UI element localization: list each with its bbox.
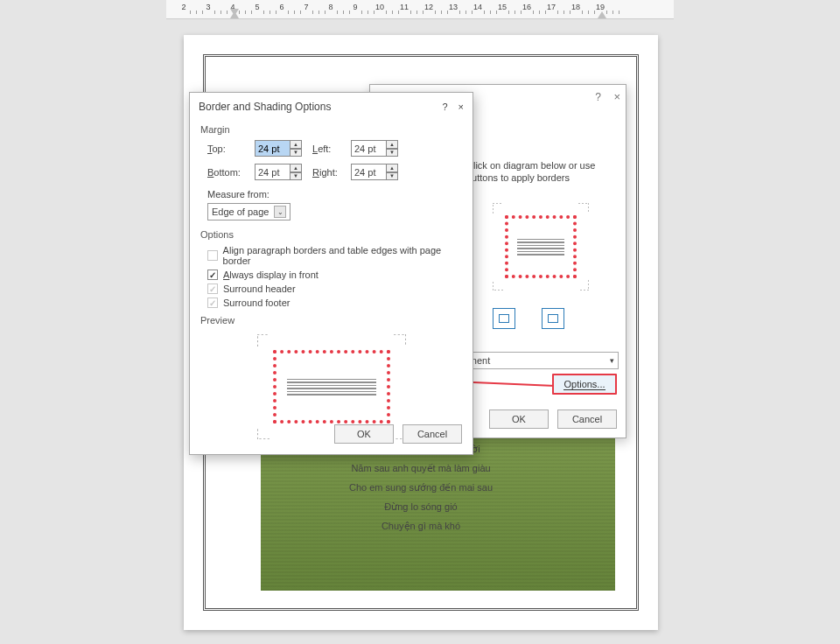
spin-up-icon[interactable]: ▲ — [386, 140, 398, 149]
spin-down-icon[interactable]: ▼ — [386, 172, 398, 181]
align-paragraph-borders-checkbox: Align paragraph borders and table edges … — [207, 245, 462, 266]
spin-up-icon[interactable]: ▲ — [290, 164, 302, 172]
border-button-bottom[interactable] — [542, 308, 564, 329]
apply-to-select[interactable]: ocument ▾ — [449, 352, 619, 369]
margin-bottom-label: Bottom: — [207, 167, 251, 178]
ok-button[interactable]: OK — [334, 424, 394, 444]
spin-up-icon[interactable]: ▲ — [386, 164, 398, 172]
always-display-in-front-checkbox[interactable]: Always display in front — [207, 270, 462, 280]
poem-line: Đừng lo sóng gió — [184, 497, 658, 516]
poem-line: Cho em sung sướng đến mai sau — [184, 478, 658, 497]
measure-from-select[interactable]: Edge of page ⌄ — [207, 203, 290, 220]
horizontal-ruler[interactable]: 2345678910111213141516171819 — [166, 0, 674, 19]
options-section-header: Options — [200, 229, 462, 240]
surround-header-checkbox: Surround header — [207, 284, 462, 294]
margin-top-label: Top: — [207, 144, 251, 154]
margin-bottom-spinner[interactable]: ▲▼ — [255, 164, 309, 180]
close-icon[interactable]: × — [458, 102, 464, 112]
dialog-title: Border and Shading Options — [199, 101, 331, 113]
measure-from-value: Edge of page — [212, 206, 269, 217]
measure-from-label: Measure from: — [207, 189, 270, 200]
border-shading-options-dialog: Border and Shading Options ? × Margin To… — [189, 92, 473, 455]
chevron-down-icon: ⌄ — [274, 206, 286, 218]
poem-line: Chuyện gì mà khó — [184, 516, 658, 536]
border-preview-diagram[interactable] — [493, 203, 589, 290]
poem-line: Năm sau anh quyết mà làm giàu — [184, 458, 658, 478]
border-button-top[interactable] — [493, 308, 515, 329]
heart-border-preview — [273, 350, 390, 424]
margin-left-label: Left: — [312, 144, 347, 154]
cancel-button[interactable]: Cancel — [402, 424, 462, 444]
close-icon[interactable]: × — [613, 90, 620, 103]
heart-border-preview — [505, 215, 577, 278]
surround-footer-checkbox: Surround footer — [207, 298, 462, 308]
border-preview — [257, 334, 406, 439]
margin-left-spinner[interactable]: ▲▼ — [351, 140, 405, 157]
margin-top-spinner[interactable]: ▲▼ — [255, 140, 309, 157]
corner-guide-icon — [493, 280, 503, 290]
spin-down-icon[interactable]: ▼ — [290, 172, 302, 181]
spin-down-icon[interactable]: ▼ — [290, 149, 302, 158]
margin-right-spinner[interactable]: ▲▼ — [351, 164, 405, 180]
corner-guide-icon — [578, 203, 589, 214]
chevron-down-icon: ▾ — [610, 356, 614, 365]
corner-guide-icon — [257, 427, 270, 439]
margin-right-label: Right: — [312, 167, 347, 178]
spin-down-icon[interactable]: ▼ — [386, 149, 398, 158]
corner-guide-icon — [493, 203, 503, 214]
diagram-hint: Click on diagram below or use buttons to… — [466, 159, 615, 184]
preview-section-header: Preview — [200, 315, 462, 326]
dialog-titlebar[interactable]: Border and Shading Options ? × — [190, 93, 472, 121]
cancel-button[interactable]: Cancel — [557, 410, 617, 429]
corner-guide-icon — [578, 280, 589, 290]
ok-button[interactable]: OK — [489, 410, 549, 429]
spin-up-icon[interactable]: ▲ — [290, 140, 302, 149]
help-icon[interactable]: ? — [595, 91, 601, 103]
corner-guide-icon — [394, 334, 406, 346]
options-button[interactable]: Options... — [552, 374, 617, 395]
help-icon[interactable]: ? — [442, 102, 447, 112]
margin-section-header: Margin — [200, 124, 462, 135]
corner-guide-icon — [257, 334, 270, 346]
